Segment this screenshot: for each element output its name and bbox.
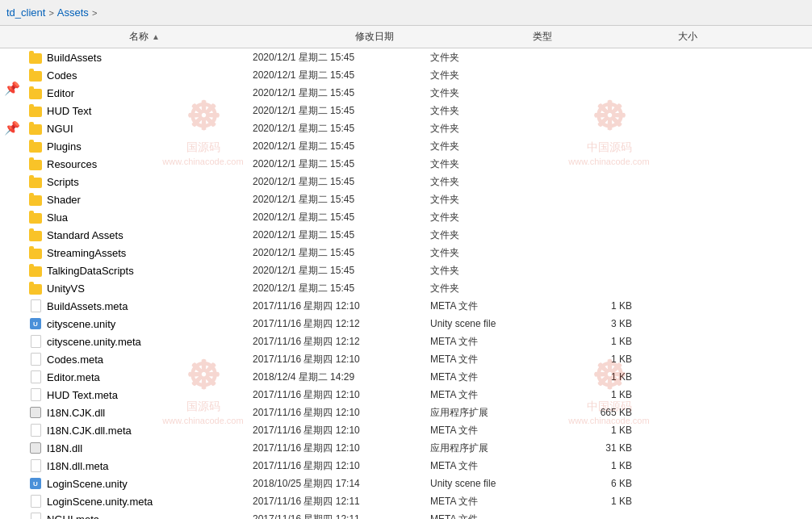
file-name: Codes <box>47 69 253 82</box>
table-row[interactable]: StreamingAssets2020/12/1 星期二 15:45文件夹 <box>0 244 812 262</box>
file-size: 1 KB <box>576 300 640 312</box>
breadcrumb-td-client[interactable]: td_client <box>6 6 45 19</box>
file-size: 6 KB <box>576 478 640 489</box>
file-name: BuildAssets <box>47 52 253 64</box>
file-date: 2017/11/16 星期四 12:11 <box>253 495 430 509</box>
file-type: META 文件 <box>430 495 576 509</box>
table-row[interactable]: I18N.dll.meta2017/11/16 星期四 12:10META 文件… <box>0 457 812 475</box>
file-name: Scripts <box>47 176 253 188</box>
file-date: 2017/11/16 星期四 12:12 <box>253 317 430 331</box>
file-name: HUD Text.meta <box>47 389 253 401</box>
file-name: Shader <box>47 194 253 206</box>
dll-icon <box>30 407 41 418</box>
column-headers: 名称 ▲ 修改日期 类型 大小 <box>0 26 812 48</box>
file-type: META 文件 <box>430 424 576 437</box>
file-icon <box>31 299 41 312</box>
file-date: 2017/11/16 星期四 12:10 <box>253 406 430 420</box>
file-type: META 文件 <box>430 513 576 520</box>
file-size: 1 KB <box>576 354 640 365</box>
table-row[interactable]: BuildAssets.meta2017/11/16 星期四 12:10META… <box>0 297 812 315</box>
file-name: Plugins <box>47 140 253 153</box>
table-row[interactable]: I18N.dll2017/11/16 星期四 12:10应用程序扩展31 KB <box>0 439 812 457</box>
col-header-size[interactable]: 大小 <box>678 30 743 44</box>
file-name: I18N.CJK.dll <box>47 407 253 419</box>
file-size: 1 KB <box>576 425 640 436</box>
table-row[interactable]: I18N.CJK.dll2017/11/16 星期四 12:10应用程序扩展66… <box>0 404 812 421</box>
file-type: 文件夹 <box>430 51 576 65</box>
table-row[interactable]: HUD Text2020/12/1 星期二 15:45文件夹 <box>0 102 812 119</box>
file-date: 2020/12/1 星期二 15:45 <box>253 175 430 189</box>
folder-icon <box>29 142 42 153</box>
file-date: 2020/12/1 星期二 15:45 <box>253 51 430 65</box>
file-date: 2017/11/16 星期四 12:11 <box>253 513 430 520</box>
table-row[interactable]: HUD Text.meta2017/11/16 星期四 12:10META 文件… <box>0 386 812 404</box>
file-name: cityscene.unity <box>47 318 253 330</box>
file-name: Standard Assets <box>47 229 253 241</box>
file-type: 文件夹 <box>430 157 576 171</box>
file-type: META 文件 <box>430 370 576 384</box>
table-row[interactable]: cityscene.unity.meta2017/11/16 星期四 12:12… <box>0 333 812 350</box>
table-row[interactable]: Slua2020/12/1 星期二 15:45文件夹 <box>0 208 812 226</box>
file-size: 1 KB <box>576 389 640 400</box>
table-row[interactable]: Shader2020/12/1 星期二 15:45文件夹 <box>0 190 812 208</box>
folder-icon <box>29 284 42 295</box>
table-row[interactable]: Standard Assets2020/12/1 星期二 15:45文件夹 <box>0 226 812 244</box>
table-row[interactable]: cityscene.unity2017/11/16 星期四 12:12Unity… <box>0 315 812 333</box>
file-type: 文件夹 <box>430 282 576 295</box>
table-row[interactable]: I18N.CJK.dll.meta2017/11/16 星期四 12:10MET… <box>0 421 812 439</box>
table-row[interactable]: Resources2020/12/1 星期二 15:45文件夹 <box>0 155 812 173</box>
nav-pin-2[interactable]: 📌 <box>4 120 20 136</box>
table-row[interactable]: Editor2020/12/1 星期二 15:45文件夹 <box>0 84 812 102</box>
file-name: I18N.dll <box>47 442 253 454</box>
file-type: META 文件 <box>430 353 576 366</box>
folder-icon <box>29 178 42 188</box>
file-date: 2020/12/1 星期二 15:45 <box>253 104 430 118</box>
file-size: 31 KB <box>576 442 640 454</box>
col-header-date[interactable]: 修改日期 <box>355 30 533 44</box>
file-name: Editor <box>47 87 253 99</box>
table-row[interactable]: LoginScene.unity.meta2017/11/16 星期四 12:1… <box>0 492 812 510</box>
unity-icon <box>30 478 41 489</box>
file-name: NGUI.meta <box>47 513 253 520</box>
file-date: 2020/12/1 星期二 15:45 <box>253 193 430 207</box>
table-row[interactable]: TalkingDataScripts2020/12/1 星期二 15:45文件夹 <box>0 262 812 279</box>
table-row[interactable]: LoginScene.unity2018/10/25 星期四 17:14Unit… <box>0 475 812 492</box>
table-row[interactable]: Codes.meta2017/11/16 星期四 12:10META 文件1 K… <box>0 350 812 368</box>
file-name: UnityVS <box>47 283 253 295</box>
file-date: 2020/12/1 星期二 15:45 <box>253 86 430 100</box>
table-row[interactable]: Editor.meta2018/12/4 星期二 14:29META 文件1 K… <box>0 368 812 386</box>
table-row[interactable]: Codes2020/12/1 星期二 15:45文件夹 <box>0 66 812 84</box>
folder-icon <box>29 89 42 99</box>
file-name: LoginScene.unity.meta <box>47 496 253 508</box>
file-type: 文件夹 <box>430 211 576 224</box>
breadcrumb-assets[interactable]: Assets <box>57 6 89 19</box>
file-name: BuildAssets.meta <box>47 300 253 312</box>
table-row[interactable]: UnityVS2020/12/1 星期二 15:45文件夹 <box>0 279 812 297</box>
file-size: 3 KB <box>576 318 640 329</box>
file-type: 文件夹 <box>430 193 576 207</box>
file-date: 2020/12/1 星期二 15:45 <box>253 228 430 242</box>
sort-arrow-icon: ▲ <box>152 32 160 41</box>
file-type: 文件夹 <box>430 175 576 189</box>
table-row[interactable]: Plugins2020/12/1 星期二 15:45文件夹 <box>0 137 812 155</box>
file-name: Editor.meta <box>47 371 253 383</box>
file-size: 665 KB <box>576 407 640 418</box>
file-type: 文件夹 <box>430 228 576 242</box>
table-row[interactable]: Scripts2020/12/1 星期二 15:45文件夹 <box>0 173 812 190</box>
table-row[interactable]: NGUI.meta2017/11/16 星期四 12:11META 文件 <box>0 510 812 519</box>
file-size: 1 KB <box>576 460 640 471</box>
dll-icon <box>30 442 41 454</box>
nav-pin-1[interactable]: 📌 <box>4 81 20 96</box>
folder-icon <box>29 249 42 259</box>
table-row[interactable]: NGUI2020/12/1 星期二 15:45文件夹 <box>0 119 812 137</box>
folder-icon <box>29 195 42 206</box>
file-icon <box>31 388 41 401</box>
file-date: 2017/11/16 星期四 12:10 <box>253 299 430 313</box>
col-header-type[interactable]: 类型 <box>533 30 678 44</box>
file-type: Unity scene file <box>430 318 576 329</box>
table-row[interactable]: BuildAssets2020/12/1 星期二 15:45文件夹 <box>0 48 812 66</box>
file-date: 2017/11/16 星期四 12:10 <box>253 388 430 402</box>
col-header-name[interactable]: 名称 ▲ <box>129 30 355 44</box>
file-type: 文件夹 <box>430 140 576 153</box>
file-type: 文件夹 <box>430 69 576 82</box>
